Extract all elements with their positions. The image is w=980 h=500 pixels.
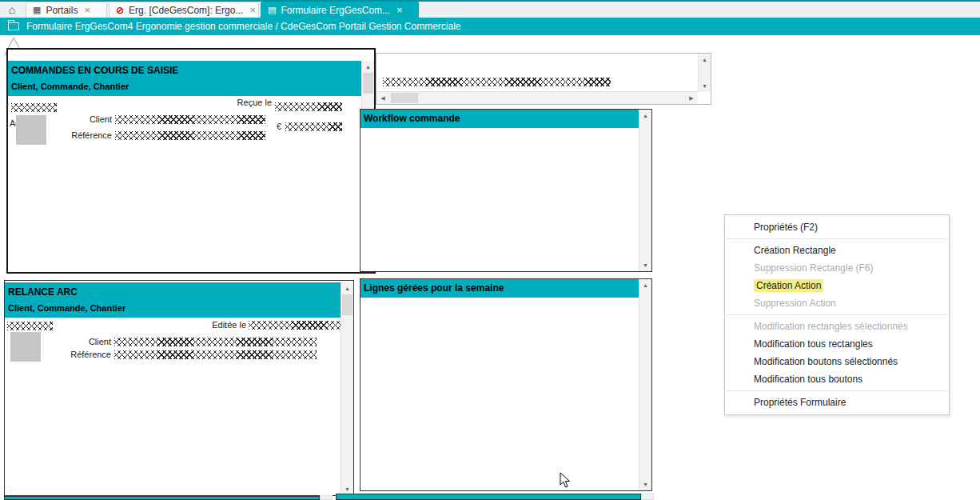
tab-portails[interactable]: ▦ Portails × xyxy=(26,2,107,18)
tab-erg-cdegescom[interactable]: ⊘ Erg. [CdeGesCom]: Ergo... × xyxy=(109,2,259,18)
tab-label: Portails xyxy=(46,5,78,16)
scroll-up-icon[interactable]: ▲ xyxy=(639,110,651,122)
portal-icon: ▦ xyxy=(33,5,41,15)
field-label: € xyxy=(272,122,281,131)
panel-header: COMMANDES EN COURS DE SAISIE Client, Com… xyxy=(8,61,361,96)
field-placeholder[interactable] xyxy=(383,78,611,86)
menu-item-modif-boutons-selectionnes[interactable]: Modification boutons sélectionnés xyxy=(725,353,949,370)
menu-separator xyxy=(726,314,948,315)
field-label: Editée le xyxy=(182,320,246,330)
scroll-left-icon[interactable]: ◀ xyxy=(376,92,389,104)
vertical-scrollbar[interactable]: ▲ ▼ xyxy=(698,54,711,92)
menu-separator xyxy=(726,238,948,239)
breadcrumb-bar: Formulaire ErgGesCom4 Ergonomie gestion … xyxy=(0,18,980,35)
image-placeholder[interactable] xyxy=(10,332,41,362)
context-menu: Propriétés (F2) Création Rectangle Suppr… xyxy=(724,214,950,415)
close-icon[interactable]: × xyxy=(396,4,403,16)
menu-item-modif-rect-selectionnes: Modification rectangles sélectionnés xyxy=(725,318,949,335)
panel-top-region[interactable]: ▲ ▼ ◀ ▶ xyxy=(376,53,711,105)
field-label: Reçue le xyxy=(208,98,272,107)
scroll-track[interactable] xyxy=(699,66,711,80)
scroll-thumb[interactable] xyxy=(363,73,373,94)
panel-bottom-middle-cut[interactable] xyxy=(336,494,641,500)
scroll-stub[interactable] xyxy=(641,494,654,500)
panel-commandes[interactable]: COMMANDES EN COURS DE SAISIE Client, Com… xyxy=(6,48,376,274)
field-label: Référence xyxy=(53,350,111,359)
panel-header: RELANCE ARC Client, Commande, Chantier xyxy=(5,282,341,318)
form-icon: ▤ xyxy=(268,5,276,15)
field-placeholder[interactable] xyxy=(11,103,57,112)
scroll-thumb[interactable] xyxy=(391,93,418,103)
highlighted-label[interactable]: Création Action xyxy=(754,279,823,292)
field-label: Client xyxy=(53,337,111,346)
vertical-scrollbar[interactable]: ▲ ▼ xyxy=(639,110,651,271)
scroll-track[interactable] xyxy=(639,122,651,259)
close-icon[interactable]: × xyxy=(249,4,256,16)
close-icon[interactable]: × xyxy=(84,4,90,16)
tab-label: Formulaire ErgGesCom... xyxy=(281,5,390,16)
panel-title: Workflow commande xyxy=(364,112,635,126)
scroll-track[interactable] xyxy=(389,92,685,104)
panel-subtitle: Client, Commande, Chantier xyxy=(11,80,358,94)
menu-item-suppression-action: Suppression Action xyxy=(725,294,949,312)
horizontal-scrollbar[interactable]: ◀ ▶ xyxy=(376,91,698,104)
menu-item-proprietes-formulaire[interactable]: Propriétés Formulaire xyxy=(725,394,949,411)
panel-subtitle: Client, Commande, Chantier xyxy=(8,302,337,315)
scroll-stub[interactable] xyxy=(320,495,333,500)
tab-bar: ⌂ ▦ Portails × ⊘ Erg. [CdeGesCom]: Ergo.… xyxy=(0,2,980,18)
scroll-track[interactable] xyxy=(639,291,651,478)
menu-item-modif-tous-boutons[interactable]: Modification tous boutons xyxy=(725,370,949,388)
scroll-down-icon[interactable]: ▼ xyxy=(639,478,651,490)
panel-title: RELANCE ARC xyxy=(8,286,337,299)
field-label: Client xyxy=(56,114,112,124)
panel-title: COMMANDES EN COURS DE SAISIE xyxy=(11,64,358,78)
menu-item-creation-action[interactable]: Création Action xyxy=(725,277,949,294)
scroll-right-icon[interactable]: ▶ xyxy=(685,92,698,104)
field-label: Référence xyxy=(56,130,112,140)
breadcrumb: Formulaire ErgGesCom4 Ergonomie gestion … xyxy=(26,21,461,32)
app-window: ⌂ ▦ Portails × ⊘ Erg. [CdeGesCom]: Ergo.… xyxy=(0,0,980,500)
menu-item-modif-tous-rectangles[interactable]: Modification tous rectangles xyxy=(725,335,949,353)
panel-header: Lignes gérées pour la semaine xyxy=(361,279,639,298)
vertical-scrollbar[interactable]: ▲ ▼ xyxy=(639,279,651,490)
menu-separator xyxy=(726,390,948,391)
menu-item-proprietes[interactable]: Propriétés (F2) xyxy=(725,218,949,236)
field-placeholder[interactable] xyxy=(285,122,342,131)
field-placeholder[interactable] xyxy=(275,102,342,111)
scroll-thumb[interactable] xyxy=(342,294,353,315)
scroll-up-icon[interactable]: ▲ xyxy=(362,61,374,73)
panel-relance[interactable]: RELANCE ARC Client, Commande, Chantier E… xyxy=(4,280,354,496)
vertical-scrollbar[interactable]: ▲ ▼ xyxy=(341,282,353,495)
panel-header: Workflow commande xyxy=(361,110,639,128)
field-placeholder[interactable] xyxy=(114,350,317,359)
menu-item-creation-rectangle[interactable]: Création Rectangle xyxy=(725,242,949,259)
tab-label: Erg. [CdeGesCom]: Ergo... xyxy=(129,5,243,16)
home-icon: ⌂ xyxy=(9,3,15,16)
scroll-up-icon[interactable]: ▲ xyxy=(699,54,711,66)
mouse-cursor xyxy=(560,472,572,490)
scroll-up-icon[interactable]: ▲ xyxy=(639,279,651,291)
panel-title: Lignes gérées pour la semaine xyxy=(364,282,635,295)
field-placeholder[interactable] xyxy=(249,321,342,330)
scroll-track[interactable] xyxy=(341,294,353,483)
folder-icon xyxy=(8,22,19,30)
tab-formulaire-active[interactable]: ▤ Formulaire ErgGesCom... × xyxy=(261,2,419,18)
menu-item-suppression-rectangle: Suppression Rectangle (F6) xyxy=(725,259,949,277)
panel-bottom-left-cut[interactable] xyxy=(4,496,320,500)
scroll-down-icon[interactable]: ▼ xyxy=(639,259,651,271)
image-placeholder[interactable] xyxy=(16,115,46,145)
field-placeholder[interactable] xyxy=(115,115,265,124)
field-placeholder[interactable] xyxy=(114,338,317,346)
scroll-down-icon[interactable]: ▼ xyxy=(699,80,711,92)
scroll-up-icon[interactable]: ▲ xyxy=(341,282,353,294)
home-button[interactable]: ⌂ xyxy=(0,2,24,18)
field-placeholder[interactable] xyxy=(115,131,265,140)
field-placeholder[interactable] xyxy=(7,322,53,330)
panel-workflow[interactable]: Workflow commande ▲ ▼ xyxy=(360,109,652,272)
panel-lignes[interactable]: Lignes gérées pour la semaine ▲ ▼ xyxy=(360,278,652,491)
blocked-icon: ⊘ xyxy=(116,5,124,16)
